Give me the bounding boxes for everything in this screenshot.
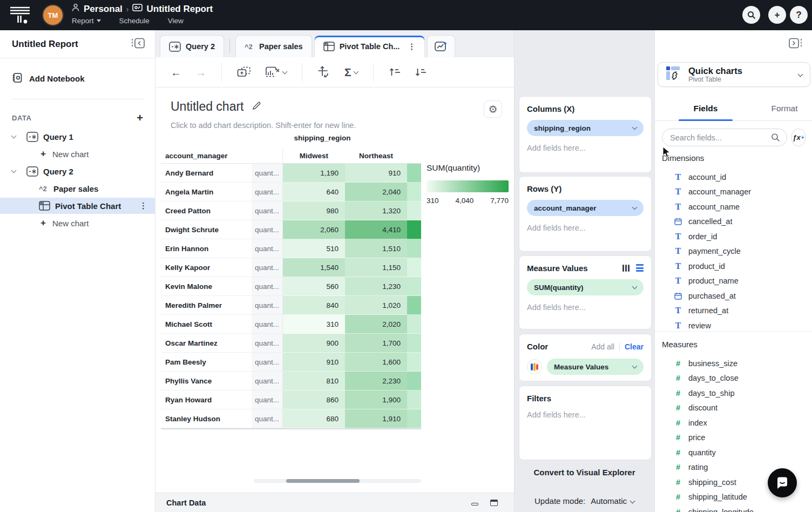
value-cell[interactable]: 1,700 (345, 334, 407, 353)
measure-add-placeholder[interactable]: Add fields here... (527, 303, 644, 312)
dimension-account_manager[interactable]: Taccount_manager (655, 185, 812, 200)
horizontal-scrollbar[interactable] (254, 479, 421, 483)
row-label[interactable]: Stanley Hudson (161, 409, 252, 428)
value-cell[interactable]: 2,230 (345, 372, 407, 390)
partial-value-cell[interactable] (407, 183, 421, 201)
row-label[interactable]: Creed Patton (161, 201, 252, 220)
scrollbar-thumb[interactable] (286, 479, 360, 483)
sidebar-item-new-chart[interactable]: +New chart (0, 146, 155, 162)
row-label[interactable]: Phyllis Vance (161, 372, 252, 390)
measure-index[interactable]: #index (655, 415, 812, 430)
value-cell[interactable]: 910 (345, 164, 407, 183)
row-field-header[interactable]: account_manager (161, 148, 252, 164)
filters-add-placeholder[interactable]: Add fields here... (527, 410, 644, 419)
measure-field-pill[interactable]: SUM(quantity) (527, 279, 644, 295)
convert-visual-explorer-button[interactable]: Convert to Visual Explorer (515, 468, 654, 477)
partial-value-cell[interactable] (407, 296, 421, 315)
partial-value-cell[interactable] (407, 334, 421, 353)
partial-value-cell[interactable] (407, 315, 421, 334)
sidebar-item-paper-sales[interactable]: ^2Paper sales (0, 180, 155, 197)
edit-title-icon[interactable] (252, 101, 261, 113)
trevor-logo-icon[interactable] (10, 6, 30, 26)
tab-query-2[interactable]: Query 2 (160, 35, 224, 57)
measure-days_to_close[interactable]: #days_to_close (655, 371, 812, 386)
value-cell[interactable]: 4,410 (345, 220, 407, 239)
dimension-returned_at[interactable]: Treturned_at (655, 304, 812, 319)
value-cell[interactable]: 900 (283, 334, 345, 353)
menu-report[interactable]: Report (72, 17, 101, 25)
search-fields-input[interactable] (670, 133, 771, 142)
horizontal-layout-icon[interactable] (636, 264, 644, 272)
column-header[interactable]: Northeast (345, 148, 407, 164)
value-cell[interactable]: 680 (283, 409, 345, 428)
tab-paper-sales[interactable]: ^2Paper sales (235, 35, 312, 57)
menu-schedule[interactable]: Schedule (119, 17, 150, 25)
chart-description-placeholder[interactable]: Click to add chart description. Shift-en… (171, 121, 356, 130)
value-cell[interactable]: 1,510 (345, 239, 407, 258)
tab-fields[interactable]: Fields (678, 98, 734, 120)
partial-value-cell[interactable] (407, 220, 421, 239)
menu-view[interactable]: View (168, 17, 184, 25)
value-cell[interactable]: 860 (283, 390, 345, 409)
row-label[interactable]: Oscar Martinez (161, 334, 252, 353)
duplicate-chart-icon[interactable] (237, 66, 251, 78)
collapse-sidebar-icon[interactable] (131, 38, 145, 51)
value-cell[interactable]: 510 (283, 239, 345, 258)
row-label[interactable]: Ryan Howard (161, 390, 252, 409)
row-label[interactable]: Michael Scott (161, 315, 252, 334)
columns-add-placeholder[interactable]: Add fields here... (527, 144, 644, 152)
rows-field-pill[interactable]: account_manager (527, 200, 644, 216)
sidebar-item-new-chart[interactable]: +New chart (0, 215, 155, 231)
search-button[interactable] (742, 6, 760, 24)
tab-menu-icon[interactable]: ⋮ (408, 42, 416, 51)
row-label[interactable]: Erin Hannon (161, 239, 252, 258)
partial-value-cell[interactable] (407, 201, 421, 220)
value-cell[interactable]: 560 (283, 277, 345, 296)
row-label[interactable]: Angela Martin (161, 183, 252, 201)
columns-field-pill[interactable]: shipping_region (527, 120, 644, 136)
breadcrumb-workspace[interactable]: Personal (84, 4, 123, 15)
value-cell[interactable]: 2,020 (345, 315, 407, 334)
redo-button[interactable]: → (195, 67, 206, 78)
dimension-payment_cycle[interactable]: Tpayment_cycle (655, 244, 812, 259)
sidebar-item-query-2[interactable]: Query 2 (0, 163, 155, 179)
value-cell[interactable]: 810 (283, 372, 345, 390)
chart-data-bar[interactable]: Chart Data (155, 493, 514, 512)
partial-value-cell[interactable] (407, 277, 421, 296)
row-label[interactable]: Kevin Malone (161, 277, 252, 296)
undo-button[interactable]: ← (171, 67, 181, 78)
sidebar-item-query-1[interactable]: Query 1 (0, 129, 155, 145)
value-cell[interactable]: 1,900 (345, 390, 407, 409)
value-cell[interactable]: 1,190 (283, 164, 345, 183)
chart-settings-gear-icon[interactable]: ⚙ (484, 100, 502, 118)
update-mode-row[interactable]: Update mode:Automatic (515, 496, 654, 506)
row-label[interactable]: Andy Bernard (161, 164, 252, 183)
chart-type-selector[interactable]: Quick charts Pivot Table (658, 62, 810, 87)
item-menu-icon[interactable]: ⋮ (139, 201, 147, 211)
vertical-layout-icon[interactable] (622, 265, 630, 272)
color-field-pill[interactable]: Measure Values (547, 359, 644, 375)
add-formula-button[interactable]: ƒx+ (791, 129, 806, 146)
partial-value-cell[interactable] (407, 258, 421, 277)
expand-chevron-icon[interactable] (11, 167, 17, 173)
value-cell[interactable]: 310 (283, 315, 345, 334)
add-notebook-button[interactable]: Add Notebook (0, 58, 155, 85)
partial-value-cell[interactable] (407, 239, 421, 258)
partial-value-cell[interactable] (407, 390, 421, 409)
measure-discount[interactable]: #discount (655, 401, 812, 416)
value-cell[interactable]: 1,230 (345, 277, 407, 296)
breadcrumb-report[interactable]: Untitled Report (146, 4, 213, 15)
column-header[interactable]: Midwest (283, 148, 345, 164)
expand-panel-icon[interactable] (490, 500, 498, 506)
avatar[interactable]: TM (43, 5, 63, 25)
value-cell[interactable]: 1,020 (345, 296, 407, 315)
dimension-account_id[interactable]: Taccount_id (655, 170, 812, 185)
expand-chevron-icon[interactable] (11, 133, 17, 138)
tab-pivot-table-ch-[interactable]: Pivot Table Ch...⋮ (314, 35, 425, 57)
dimension-product_name[interactable]: Tproduct_name (655, 274, 812, 289)
measure-quantity[interactable]: #quantity (655, 445, 812, 460)
aggregate-sum-icon[interactable]: Σ (344, 66, 358, 78)
chat-bubble-button[interactable] (768, 468, 797, 497)
value-cell[interactable]: 910 (283, 353, 345, 372)
dimension-account_name[interactable]: Taccount_name (655, 199, 812, 214)
